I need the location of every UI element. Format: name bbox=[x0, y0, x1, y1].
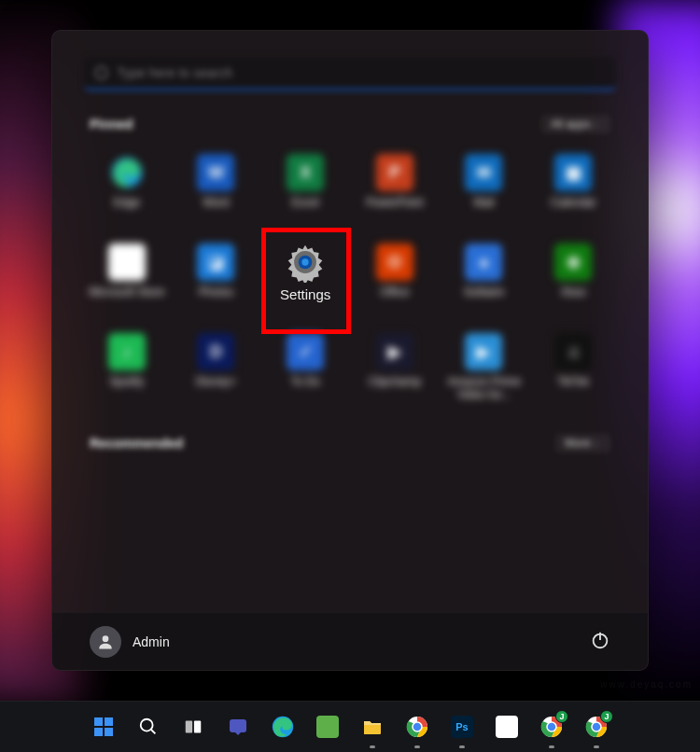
tile-settings[interactable]: Settings bbox=[262, 236, 348, 316]
power-button[interactable] bbox=[590, 630, 610, 654]
more-button[interactable]: More › bbox=[555, 434, 610, 453]
svg-text:Ps: Ps bbox=[455, 721, 468, 732]
chevron-right-icon: › bbox=[595, 119, 597, 130]
svg-line-12 bbox=[151, 730, 156, 734]
tile-label: Office bbox=[380, 286, 409, 299]
tile-label: Clipchamp bbox=[368, 376, 421, 389]
tile-label: Edge bbox=[114, 197, 140, 210]
start-menu-body: Pinned All apps › EdgeWWordXExcelPPowerP… bbox=[52, 31, 648, 612]
tile-xbox[interactable]: ⊗Xbox bbox=[530, 236, 616, 316]
recommended-header: Recommended More › bbox=[90, 434, 610, 453]
tile-prime[interactable]: ▶Amazon Prime Video for... bbox=[441, 326, 527, 406]
tile-solitaire[interactable]: ♠Solitaire bbox=[441, 236, 527, 316]
taskbar-start[interactable] bbox=[85, 708, 122, 745]
tile-label: Solitaire bbox=[464, 286, 504, 299]
taskbar-search[interactable] bbox=[130, 708, 167, 745]
more-label: More bbox=[565, 437, 590, 450]
tile-label: Microsoft Store bbox=[89, 286, 164, 299]
taskbar-chrome[interactable] bbox=[399, 708, 436, 745]
taskbar: PsJJ bbox=[0, 701, 700, 752]
all-apps-label: All apps bbox=[551, 118, 591, 131]
clipchamp-icon: ▶ bbox=[376, 333, 413, 370]
pinned-header: Pinned All apps › bbox=[90, 115, 610, 133]
photos-icon: ◪ bbox=[197, 244, 234, 281]
explorer-icon bbox=[359, 714, 385, 740]
taskbar-chat[interactable] bbox=[219, 708, 257, 745]
taskbar-photoshop[interactable]: Ps bbox=[443, 708, 481, 745]
tile-excel[interactable]: XExcel bbox=[262, 146, 348, 227]
chevron-right-icon: › bbox=[595, 439, 597, 449]
taskbar-app2[interactable] bbox=[488, 708, 525, 745]
tile-label: Calendar bbox=[551, 197, 596, 210]
tile-label: Disney+ bbox=[196, 376, 237, 389]
tile-word[interactable]: WWord bbox=[174, 146, 259, 227]
profile-badge: J bbox=[600, 710, 613, 723]
tile-spotify[interactable]: ♪Spotify bbox=[84, 326, 170, 406]
taskbar-app1[interactable] bbox=[309, 708, 346, 745]
search-input[interactable] bbox=[117, 65, 605, 80]
watermark: www.deyaq.com bbox=[600, 679, 693, 689]
recommended-area bbox=[84, 466, 616, 587]
prime-icon: ▶ bbox=[465, 333, 502, 370]
pinned-title: Pinned bbox=[90, 117, 133, 132]
chrome-p1-icon: J bbox=[539, 714, 565, 740]
tile-todo[interactable]: ✓To Do bbox=[262, 326, 348, 406]
tile-label: To Do bbox=[290, 376, 319, 389]
tile-powerpoint[interactable]: PPowerPoint bbox=[352, 146, 438, 227]
taskbar-edge[interactable] bbox=[264, 708, 301, 745]
taskbar-taskview[interactable] bbox=[175, 708, 212, 745]
recommended-title: Recommended bbox=[90, 436, 183, 451]
tile-clipchamp[interactable]: ▶Clipchamp bbox=[352, 326, 438, 406]
xbox-icon: ⊗ bbox=[554, 244, 592, 281]
powerpoint-icon: P bbox=[376, 154, 413, 191]
tile-label: Word bbox=[203, 197, 229, 210]
search-bar[interactable] bbox=[84, 57, 616, 91]
tile-tiktok[interactable]: ♫TikTok bbox=[530, 326, 616, 406]
tile-mail[interactable]: ✉Mail bbox=[441, 146, 527, 227]
settings-icon bbox=[287, 244, 324, 281]
svg-rect-10 bbox=[105, 728, 113, 736]
pinned-grid: EdgeWWordXExcelPPowerPoint✉Mail▦Calendar… bbox=[84, 146, 616, 406]
username-label: Admin bbox=[133, 634, 170, 649]
svg-rect-13 bbox=[186, 721, 192, 733]
solitaire-icon: ♠ bbox=[465, 244, 502, 281]
taskbar-chrome-p1[interactable]: J bbox=[533, 708, 570, 745]
desktop: Pinned All apps › EdgeWWordXExcelPPowerP… bbox=[0, 0, 700, 701]
chrome-icon bbox=[404, 714, 430, 740]
app2-icon bbox=[494, 714, 520, 740]
taskbar-explorer[interactable] bbox=[354, 708, 391, 745]
tiktok-icon: ♫ bbox=[554, 333, 592, 370]
svg-rect-7 bbox=[94, 717, 103, 726]
start-menu-footer: Admin bbox=[52, 612, 648, 670]
taskbar-chrome-p2[interactable]: J bbox=[578, 708, 615, 745]
svg-rect-14 bbox=[194, 721, 201, 733]
tile-office[interactable]: OOffice bbox=[352, 236, 438, 316]
app1-icon bbox=[315, 714, 341, 740]
svg-rect-8 bbox=[105, 717, 113, 726]
power-icon bbox=[590, 630, 610, 650]
user-button[interactable]: Admin bbox=[90, 626, 170, 658]
photoshop-icon: Ps bbox=[449, 714, 475, 740]
tile-label: Settings bbox=[280, 286, 330, 302]
tile-calendar[interactable]: ▦Calendar bbox=[530, 146, 616, 227]
tile-photos[interactable]: ◪Photos bbox=[174, 236, 259, 316]
tile-label: Photos bbox=[199, 286, 233, 299]
start-icon bbox=[91, 714, 117, 740]
all-apps-button[interactable]: All apps › bbox=[541, 115, 610, 133]
word-icon: W bbox=[197, 154, 234, 191]
tile-store[interactable]: 🛍Microsoft Store bbox=[84, 236, 170, 316]
svg-rect-9 bbox=[94, 728, 103, 736]
chat-icon bbox=[225, 714, 251, 740]
tile-disney[interactable]: DDisney+ bbox=[174, 326, 259, 406]
tile-label: Mail bbox=[473, 197, 494, 210]
tile-edge[interactable]: Edge bbox=[84, 146, 170, 227]
spotify-icon: ♪ bbox=[108, 333, 146, 370]
tile-label: Amazon Prime Video for... bbox=[445, 376, 523, 402]
excel-icon: X bbox=[287, 154, 324, 191]
svg-point-11 bbox=[141, 719, 153, 731]
start-menu: Pinned All apps › EdgeWWordXExcelPPowerP… bbox=[51, 30, 649, 671]
svg-rect-15 bbox=[230, 719, 246, 732]
tile-label: TikTok bbox=[557, 376, 589, 389]
edge-icon bbox=[270, 714, 296, 740]
search-icon bbox=[135, 714, 161, 740]
